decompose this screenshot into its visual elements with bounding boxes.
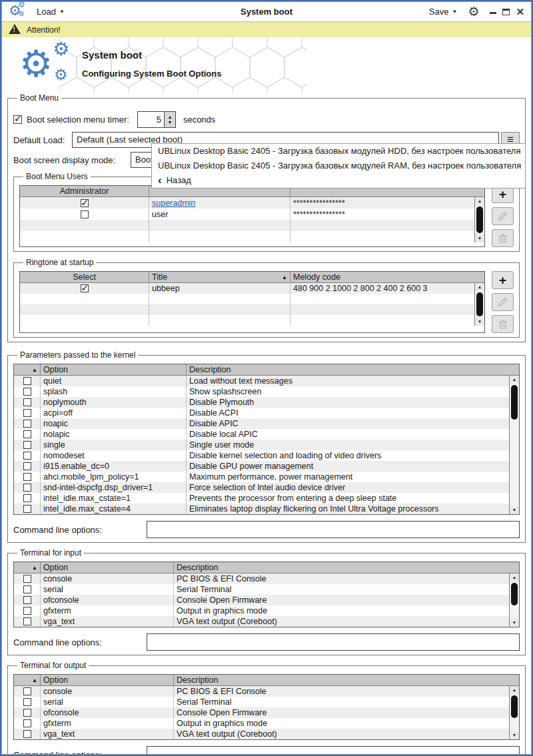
table-row[interactable]: snd-intel-dspcfg.dsp_driver=1Force selec… — [14, 482, 509, 493]
timer-value[interactable]: 5 — [138, 112, 164, 127]
scroll-up-icon[interactable]: ▲ — [510, 686, 519, 694]
dropdown-back-item[interactable]: ‹ Назад — [152, 173, 525, 188]
table-row[interactable]: vga_textVGA text output (Coreboot) — [14, 729, 509, 739]
close-button[interactable]: ✕ — [516, 7, 524, 17]
tout-col-description[interactable]: Description — [174, 675, 519, 685]
table-row[interactable]: noapicDisable APIC — [14, 418, 509, 429]
table-row[interactable]: consolePC BIOS & EFI Console — [14, 573, 509, 584]
table-row[interactable]: gfxtermOutput in graphics mode — [14, 718, 509, 729]
row-checkbox[interactable] — [23, 585, 31, 593]
ringtone-col-select[interactable]: Select — [20, 272, 149, 282]
kernel-cmdline-input[interactable] — [147, 521, 520, 538]
table-row[interactable]: intel_idle.max_cstate=4Eliminates laptop… — [14, 504, 509, 514]
table-row[interactable]: quietLoad without text messages — [14, 376, 509, 386]
tout-col-check[interactable]: ▲ — [14, 675, 41, 685]
row-checkbox[interactable] — [23, 596, 31, 604]
spin-down-icon[interactable]: ▼ — [167, 120, 172, 125]
table-row[interactable]: ofconsoleConsole Open Firmware — [14, 707, 509, 718]
settings-gear-icon[interactable]: ⚙ — [468, 5, 479, 18]
table-row[interactable]: user **************** — [20, 208, 474, 220]
row-checkbox[interactable] — [23, 398, 31, 406]
scroll-thumb[interactable] — [511, 695, 518, 718]
row-checkbox[interactable] — [23, 377, 31, 385]
scroll-down-icon[interactable]: ▼ — [475, 318, 484, 326]
dropdown-item[interactable]: UBLinux Desktop Basic 2405 - Загрузка ба… — [152, 159, 525, 173]
terminal-output-cmdline-input[interactable] — [147, 746, 520, 755]
scroll-down-icon[interactable]: ▼ — [475, 234, 484, 242]
table-row[interactable]: serialSerial Terminal — [14, 697, 509, 707]
kernel-col-description[interactable]: Description — [187, 364, 519, 375]
row-checkbox[interactable] — [23, 452, 31, 460]
table-row[interactable]: ubbeep 480 900 2 1000 2 800 2 400 2 600 … — [20, 283, 474, 294]
table-row[interactable]: singleSingle user mode — [14, 440, 509, 450]
row-checkbox[interactable] — [23, 719, 31, 727]
table-row[interactable]: splashShow splashscreen — [14, 386, 509, 397]
row-checkbox[interactable] — [23, 730, 31, 738]
scroll-down-icon[interactable]: ▼ — [510, 619, 519, 627]
scroll-up-icon[interactable]: ▲ — [510, 573, 519, 581]
row-checkbox[interactable] — [23, 617, 31, 625]
row-checkbox[interactable] — [23, 388, 31, 396]
delete-ringtone-button[interactable] — [492, 315, 514, 333]
table-row[interactable]: gfxtermOutput in graphics mode — [14, 605, 509, 616]
row-checkbox[interactable] — [23, 709, 31, 717]
table-row[interactable]: nolapicDisable local APIC — [14, 429, 509, 440]
row-checkbox[interactable] — [23, 607, 31, 615]
add-ringtone-button[interactable]: + — [492, 271, 514, 289]
row-checkbox[interactable] — [23, 409, 31, 417]
spin-up-icon[interactable]: ▲ — [167, 115, 172, 119]
table-row[interactable]: vga_textVGA text output (Coreboot) — [14, 616, 509, 627]
scroll-thumb[interactable] — [476, 292, 483, 316]
user-login[interactable]: user — [149, 208, 290, 220]
minimize-button[interactable] — [490, 12, 496, 14]
tin-col-option[interactable]: Option — [41, 562, 174, 573]
terminal-input-scrollbar[interactable]: ▲ ▼ — [509, 573, 519, 627]
row-checkbox[interactable] — [81, 210, 89, 218]
load-menu-button[interactable]: Load ▼ — [37, 7, 65, 17]
table-row[interactable]: consolePC BIOS & EFI Console — [14, 686, 509, 697]
table-row[interactable]: noplymouthDisable Plymouth — [14, 397, 509, 408]
scroll-up-icon[interactable]: ▲ — [510, 376, 519, 384]
terminal-output-scrollbar[interactable]: ▲ ▼ — [509, 686, 519, 739]
ringtone-col-title[interactable]: Title▲ — [149, 272, 290, 282]
table-row[interactable]: ahci.mobile_lpm_policy=1Maximum performa… — [14, 472, 509, 482]
user-login-link[interactable]: superadmin — [152, 198, 195, 208]
edit-user-button[interactable] — [492, 207, 514, 225]
scroll-thumb[interactable] — [476, 206, 483, 233]
tin-col-check[interactable]: ▲ — [14, 562, 41, 573]
kernel-col-check[interactable]: ▲ — [14, 364, 41, 375]
table-row[interactable]: superadmin **************** — [20, 197, 474, 208]
scroll-up-icon[interactable]: ▲ — [475, 197, 484, 205]
scroll-thumb[interactable] — [511, 385, 518, 420]
save-menu-button[interactable]: Save ▼ — [429, 7, 458, 17]
ringtone-col-melody[interactable]: Melody code — [290, 272, 484, 282]
users-col-administrator[interactable]: Administrator — [20, 186, 149, 196]
ringtone-scrollbar[interactable]: ▲ ▼ — [474, 283, 484, 326]
scroll-thumb[interactable] — [511, 583, 518, 605]
row-checkbox[interactable] — [23, 430, 31, 438]
table-row[interactable]: i915.enable_dc=0Disable GPU power manage… — [14, 461, 509, 472]
boot-timer-checkbox[interactable] — [13, 115, 22, 124]
kernel-scrollbar[interactable]: ▲ ▼ — [509, 376, 519, 514]
table-row[interactable]: nomodesetDisable kernel selection and lo… — [14, 450, 509, 461]
row-checkbox[interactable] — [23, 505, 31, 513]
delete-user-button[interactable] — [492, 229, 514, 247]
table-row[interactable]: ofconsoleConsole Open Firmware — [14, 595, 509, 605]
row-checkbox[interactable] — [23, 698, 31, 706]
row-checkbox[interactable] — [23, 575, 31, 583]
row-checkbox[interactable] — [81, 199, 89, 207]
table-row[interactable]: acpi=offDisable ACPI — [14, 408, 509, 418]
tout-col-option[interactable]: Option — [41, 675, 174, 685]
row-checkbox[interactable] — [81, 284, 89, 292]
kernel-col-option[interactable]: Option — [41, 364, 187, 375]
scroll-down-icon[interactable]: ▼ — [510, 731, 519, 739]
tin-col-description[interactable]: Description — [174, 562, 519, 573]
row-checkbox[interactable] — [23, 494, 31, 502]
row-checkbox[interactable] — [23, 441, 31, 449]
edit-ringtone-button[interactable] — [492, 293, 514, 311]
dropdown-item[interactable]: UBLinux Desktop Basic 2405 - Загрузка ба… — [152, 144, 525, 159]
row-checkbox[interactable] — [23, 462, 31, 470]
terminal-input-cmdline-input[interactable] — [147, 633, 520, 651]
table-row[interactable]: intel_idle.max_cstate=1Prevents the proc… — [14, 493, 509, 504]
row-checkbox[interactable] — [23, 687, 31, 695]
